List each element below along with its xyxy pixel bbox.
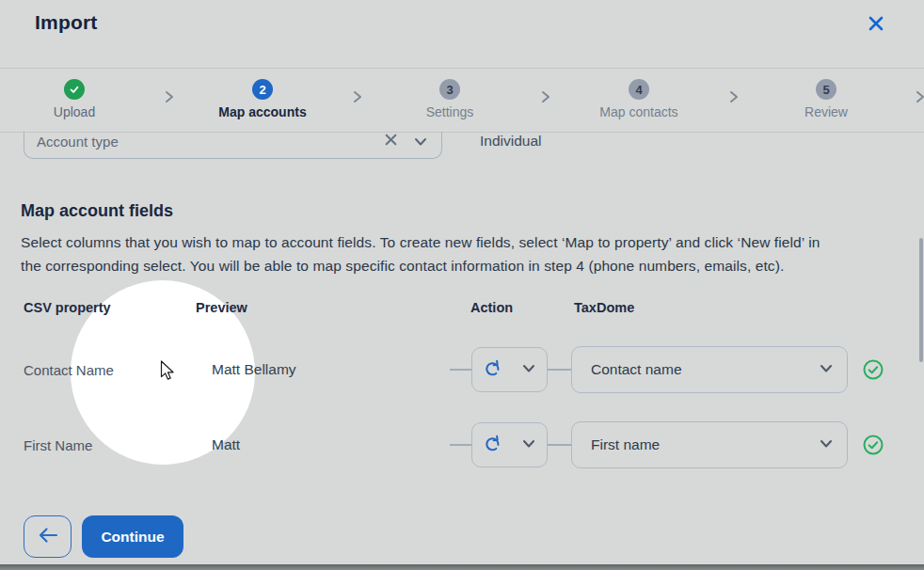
step-complete-icon: [64, 79, 85, 100]
column-header-taxdome: TaxDome: [574, 300, 634, 315]
column-header-csv-property: CSV property: [24, 300, 111, 315]
preview-value: Matt: [212, 436, 240, 453]
stepper-chevron-icon: [726, 88, 741, 105]
step-label: Upload: [8, 104, 140, 119]
column-header-preview: Preview: [196, 300, 247, 315]
arrow-left-icon: [37, 526, 59, 548]
step-number: 2: [252, 79, 273, 100]
dialog-bottom-edge: [0, 564, 924, 570]
section-heading: Map account fields: [21, 201, 173, 221]
csv-property-label: First Name: [24, 437, 92, 453]
step-label: Map accounts: [197, 104, 328, 119]
column-header-action: Action: [470, 300, 513, 315]
header-divider: [0, 68, 924, 69]
continue-button[interactable]: Continue: [82, 515, 183, 558]
csv-property-label: Contact Name: [24, 362, 114, 378]
mouse-cursor: [160, 360, 175, 385]
dialog-title: Import: [35, 11, 98, 34]
chevron-down-icon: [820, 361, 833, 378]
clear-icon[interactable]: [384, 133, 399, 148]
refresh-icon: [484, 359, 502, 381]
action-button[interactable]: [471, 422, 548, 467]
chevron-down-icon: [820, 436, 833, 453]
account-type-select-value: Account type: [37, 134, 119, 150]
step-map-accounts[interactable]: 2 Map accounts: [197, 79, 328, 119]
mapped-check-icon: [863, 359, 884, 380]
taxdome-field-select[interactable]: Contact name: [571, 346, 848, 393]
action-button[interactable]: [471, 347, 548, 392]
step-upload[interactable]: Upload: [8, 79, 140, 119]
stepper-chevron-icon: [913, 88, 924, 105]
close-button[interactable]: [864, 13, 888, 38]
connector-line: [450, 369, 471, 371]
preview-value: Matt Bellamy: [212, 361, 296, 378]
step-label: Settings: [384, 104, 516, 119]
connector-line: [548, 444, 571, 446]
stepper-chevron-icon: [350, 88, 365, 105]
step-number: 4: [629, 79, 649, 100]
close-icon: [868, 15, 884, 36]
step-number: 3: [439, 79, 460, 100]
taxdome-field-select-value: Contact name: [591, 361, 682, 378]
connector-line: [450, 444, 471, 446]
section-description-line2: the corresponding select. You will be ab…: [21, 258, 784, 275]
step-settings[interactable]: 3 Settings: [384, 79, 516, 119]
step-map-contacts[interactable]: 4 Map contacts: [573, 79, 705, 119]
chevron-down-icon: [522, 436, 535, 453]
step-review[interactable]: 5 Review: [760, 79, 892, 119]
step-number: 5: [816, 79, 836, 100]
connector-line: [548, 369, 571, 371]
account-type-select[interactable]: Account type: [24, 132, 442, 159]
account-type-mapped-value: Individual: [480, 133, 542, 150]
taxdome-field-select[interactable]: First name: [571, 421, 848, 468]
stepper-chevron-icon: [538, 88, 553, 105]
scrollbar-thumb[interactable]: [919, 238, 923, 362]
chevron-down-icon[interactable]: [414, 135, 427, 146]
stepper-chevron-icon: [162, 88, 177, 105]
import-dialog: Import Upload 2 Map accounts 3 Settings …: [0, 0, 924, 570]
mapped-check-icon: [863, 435, 884, 455]
step-label: Map contacts: [573, 104, 705, 119]
back-button[interactable]: [24, 515, 72, 558]
step-label: Review: [760, 104, 892, 119]
refresh-icon: [484, 435, 502, 456]
taxdome-field-select-value: First name: [591, 436, 660, 453]
section-description-line1: Select columns that you wish to map to a…: [21, 234, 820, 251]
chevron-down-icon: [522, 361, 535, 378]
